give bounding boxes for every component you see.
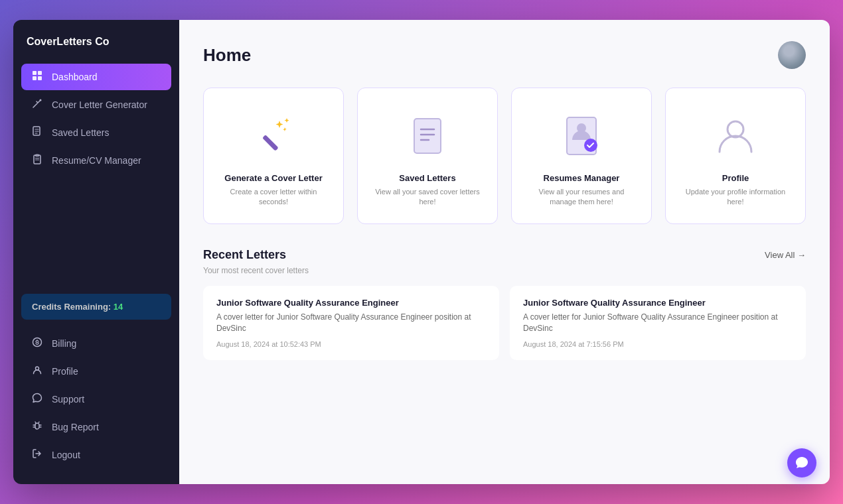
sidebar-item-label: Bug Report — [52, 422, 99, 432]
card-icon-resumes-manager — [555, 109, 608, 162]
sidebar-item-resume-cv-manager[interactable]: Resume/CV Manager — [21, 147, 171, 174]
page-title: Home — [203, 45, 251, 66]
card-title-generate: Generate a Cover Letter — [224, 173, 322, 183]
sidebar-item-logout[interactable]: Logout — [21, 442, 171, 468]
recent-letters-section: Recent Letters View All → Your most rece… — [203, 248, 806, 361]
card-desc-resumes-manager: View all your resumes and manage them he… — [525, 187, 638, 208]
letter-title: Junior Software Quality Assurance Engine… — [216, 298, 486, 308]
card-icon-saved-letters — [401, 109, 454, 162]
sidebar-item-label: Resume/CV Manager — [52, 155, 141, 166]
card-desc-generate: Create a cover letter within seconds! — [217, 187, 330, 208]
card-generate[interactable]: Generate a Cover Letter Create a cover l… — [203, 88, 344, 224]
sidebar-item-label: Cover Letter Generator — [52, 99, 147, 110]
avatar-image — [778, 41, 806, 69]
card-desc-saved-letters: View all your saved cover letters here! — [371, 187, 484, 208]
svg-point-4 — [40, 99, 42, 101]
cards-grid: Generate a Cover Letter Create a cover l… — [203, 88, 806, 224]
svg-rect-15 — [262, 135, 279, 151]
card-profile[interactable]: Profile Update your profile information … — [665, 88, 806, 224]
sidebar-item-saved-letters[interactable]: Saved Letters — [21, 119, 171, 146]
file-icon — [31, 126, 44, 139]
section-subtitle: Your most recent cover letters — [203, 266, 806, 275]
card-saved-letters[interactable]: Saved Letters View all your saved cover … — [357, 88, 498, 224]
section-header: Recent Letters View All → — [203, 248, 806, 262]
letter-date: August 18, 2024 at 7:15:56 PM — [523, 340, 793, 348]
sidebar-item-label: Dashboard — [52, 72, 98, 82]
card-resumes-manager[interactable]: Resumes Manager View all your resumes an… — [511, 88, 652, 224]
card-icon-generate — [247, 109, 300, 162]
sidebar-bottom: Billing Profile Support — [13, 330, 179, 468]
sidebar: CoverLetters Co Dashboard — [13, 20, 179, 484]
sidebar-item-label: Profile — [52, 366, 78, 377]
sidebar-item-support[interactable]: Support — [21, 386, 171, 412]
chat-button[interactable] — [787, 448, 816, 477]
bug-icon — [31, 420, 44, 434]
sidebar-item-cover-letter-generator[interactable]: Cover Letter Generator — [21, 92, 171, 118]
dollar-icon — [31, 337, 44, 350]
section-title: Recent Letters — [203, 248, 286, 262]
sidebar-nav: Dashboard Cover Letter Generator — [13, 64, 179, 283]
svg-rect-16 — [414, 119, 441, 153]
log-out-icon — [31, 448, 44, 462]
letters-grid: Junior Software Quality Assurance Engine… — [203, 286, 806, 361]
app-logo: CoverLetters Co — [13, 36, 179, 64]
card-title-profile: Profile — [722, 173, 749, 183]
sidebar-item-label: Billing — [52, 338, 76, 349]
letter-card[interactable]: Junior Software Quality Assurance Engine… — [510, 286, 806, 361]
svg-rect-0 — [33, 71, 37, 75]
sidebar-item-label: Logout — [52, 450, 80, 460]
sidebar-item-label: Saved Letters — [52, 127, 109, 138]
avatar[interactable] — [778, 41, 806, 69]
main-header: Home — [203, 41, 806, 69]
view-all-button[interactable]: View All → — [765, 250, 806, 260]
sidebar-item-profile[interactable]: Profile — [21, 358, 171, 385]
letter-card[interactable]: Junior Software Quality Assurance Engine… — [203, 286, 499, 361]
svg-point-23 — [728, 121, 743, 137]
card-title-saved-letters: Saved Letters — [399, 173, 455, 183]
sidebar-item-dashboard[interactable]: Dashboard — [21, 64, 171, 90]
svg-rect-1 — [38, 71, 42, 75]
clipboard-icon — [31, 154, 44, 167]
message-circle-icon — [31, 393, 44, 406]
card-title-resumes-manager: Resumes Manager — [544, 173, 620, 183]
sidebar-item-label: Support — [52, 394, 84, 405]
letter-desc: A cover letter for Junior Software Quali… — [216, 312, 486, 334]
card-desc-profile: Update your profile information here! — [679, 187, 792, 208]
letter-title: Junior Software Quality Assurance Engine… — [523, 298, 793, 308]
wand-icon — [31, 98, 44, 111]
sidebar-item-billing[interactable]: Billing — [21, 330, 171, 357]
credits-remaining: Credits Remaining: 14 — [21, 294, 171, 320]
sidebar-item-bug-report[interactable]: Bug Report — [21, 414, 171, 440]
svg-rect-2 — [33, 76, 37, 80]
card-icon-profile — [709, 109, 762, 162]
letter-desc: A cover letter for Junior Software Quali… — [523, 312, 793, 334]
main-content: Home Gener — [179, 20, 830, 484]
svg-rect-3 — [38, 76, 42, 80]
grid-icon — [31, 70, 44, 84]
user-icon — [31, 365, 44, 378]
letter-date: August 18, 2024 at 10:52:43 PM — [216, 340, 486, 348]
